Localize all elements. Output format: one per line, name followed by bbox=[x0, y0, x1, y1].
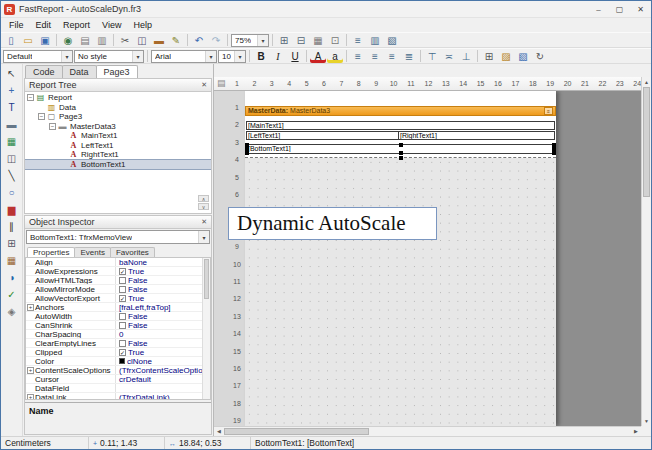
close-button[interactable]: ✕ bbox=[630, 1, 651, 17]
checkbox-icon[interactable] bbox=[119, 322, 126, 329]
tree-node-data[interactable]: ▥Data bbox=[25, 103, 211, 113]
tab-code[interactable]: Code bbox=[25, 65, 63, 78]
tree-node-maintext1[interactable]: AMainText1 bbox=[25, 131, 211, 141]
horizontal-scrollbar[interactable]: ◀ ▶ bbox=[214, 426, 641, 436]
band-resize-handle[interactable] bbox=[399, 156, 403, 160]
font-size-select[interactable]: 10▾ bbox=[218, 50, 246, 63]
new-report-button[interactable]: ▯ bbox=[3, 33, 19, 47]
zoom-select[interactable]: 75%▾ bbox=[231, 34, 269, 47]
maximize-button[interactable]: ▢ bbox=[609, 1, 630, 17]
expand-icon[interactable]: + bbox=[27, 304, 34, 311]
menu-item-edit[interactable]: Edit bbox=[30, 20, 58, 30]
cut-button[interactable]: ✂ bbox=[117, 33, 133, 47]
text-object-tool[interactable]: T bbox=[3, 100, 20, 115]
memo-maintext1[interactable]: [MainText1] bbox=[246, 121, 555, 130]
select-tool[interactable]: ↖ bbox=[3, 66, 20, 81]
font-select[interactable]: Arial▾ bbox=[151, 50, 217, 63]
checkbox-icon[interactable] bbox=[119, 277, 126, 284]
scroll-left-arrow-icon[interactable]: ◀ bbox=[214, 427, 224, 436]
report-tree-toggle[interactable]: ≡ bbox=[350, 33, 366, 47]
horizontal-scroll-thumb[interactable] bbox=[224, 428, 369, 435]
bold-button[interactable]: B bbox=[253, 49, 269, 63]
tab-page3[interactable]: Page3 bbox=[96, 65, 138, 78]
object-selector[interactable]: BottomText1: TfrxMemoView ▾ bbox=[26, 230, 210, 244]
style2-select[interactable]: No style▾ bbox=[74, 50, 144, 63]
open-report-button[interactable]: ▭ bbox=[20, 33, 36, 47]
tree-node-bottomtext1[interactable]: ABottomText1 bbox=[25, 160, 211, 170]
highlight-color-button[interactable]: a bbox=[327, 49, 343, 63]
page-settings-icon[interactable]: ▤ bbox=[217, 78, 226, 88]
inspector-tab-events[interactable]: Events bbox=[74, 247, 110, 257]
format-painter-button[interactable]: ✎ bbox=[168, 33, 184, 47]
copy-button[interactable]: ◫ bbox=[134, 33, 150, 47]
subreport-object-tool[interactable]: ◫ bbox=[3, 151, 20, 166]
style-select[interactable]: Default▾ bbox=[3, 50, 73, 63]
gauge-object-tool[interactable]: ◑ bbox=[3, 270, 20, 285]
rotate-button[interactable]: ↻ bbox=[532, 49, 548, 63]
selection-handle[interactable] bbox=[245, 151, 249, 155]
minimize-button[interactable]: – bbox=[588, 1, 609, 17]
save-report-button[interactable]: ▣ bbox=[37, 33, 53, 47]
checkbox-icon[interactable] bbox=[119, 340, 126, 347]
horizontal-ruler[interactable]: ▤ 12345678910111213141516171819202122232… bbox=[214, 77, 641, 91]
memo-righttext1[interactable]: [RightText1] bbox=[398, 131, 555, 140]
line-color-button[interactable]: ▧ bbox=[515, 49, 531, 63]
barcode-object-tool[interactable]: ∥ bbox=[3, 219, 20, 234]
menu-item-report[interactable]: Report bbox=[57, 20, 96, 30]
tab-data[interactable]: Data bbox=[62, 65, 97, 78]
scroll-down-arrow-icon[interactable]: ▼ bbox=[642, 416, 651, 426]
chart-object-tool[interactable]: ▆ bbox=[3, 202, 20, 217]
tree-node-righttext1[interactable]: ARightText1 bbox=[25, 150, 211, 160]
band-object-tool[interactable]: ▬ bbox=[3, 117, 20, 132]
paste-button[interactable]: ▬ bbox=[151, 33, 167, 47]
report-page[interactable]: MasterData: MasterData3 ≡ [MainText1] [L… bbox=[245, 91, 556, 426]
checkbox-icon[interactable] bbox=[119, 313, 126, 320]
close-icon[interactable]: ✕ bbox=[201, 218, 207, 226]
line-object-tool[interactable]: ╲ bbox=[3, 168, 20, 183]
shape-object-tool[interactable]: ○ bbox=[3, 185, 20, 200]
underline-button[interactable]: U bbox=[287, 49, 303, 63]
italic-button[interactable]: I bbox=[270, 49, 286, 63]
menu-item-view[interactable]: View bbox=[96, 20, 127, 30]
inspector-scrollbar[interactable] bbox=[202, 258, 210, 399]
band-bottom-divider[interactable] bbox=[245, 157, 556, 158]
menu-item-help[interactable]: Help bbox=[127, 20, 158, 30]
align-left-button[interactable]: ≡ bbox=[350, 49, 366, 63]
borders-button[interactable]: ⊞ bbox=[481, 49, 497, 63]
masterdata-band-header[interactable]: MasterData: MasterData3 ≡ bbox=[245, 106, 556, 116]
memo-lefttext1[interactable]: [LeftText1] bbox=[246, 131, 399, 140]
align-to-grid-button[interactable]: ⊡ bbox=[327, 33, 343, 47]
selection-handle[interactable] bbox=[399, 143, 403, 147]
inspector-scroll-thumb[interactable] bbox=[204, 259, 209, 299]
hand-tool[interactable]: + bbox=[3, 83, 20, 98]
vertical-ruler[interactable]: 12345678910111213141516171819 bbox=[229, 91, 245, 426]
checkbox-icon[interactable] bbox=[119, 286, 126, 293]
expander-icon[interactable]: − bbox=[38, 113, 45, 120]
table-object-tool[interactable]: ▦ bbox=[3, 253, 20, 268]
align-justify-button[interactable]: ≣ bbox=[401, 49, 417, 63]
data-tree-toggle[interactable]: ▥ bbox=[367, 33, 383, 47]
inspector-tab-properties[interactable]: Properties bbox=[27, 247, 75, 257]
property-row[interactable]: +DataLink(TfrxDataLink) bbox=[26, 393, 210, 400]
picture-object-tool[interactable]: ▦ bbox=[3, 134, 20, 149]
property-row[interactable]: CursorcrDefault bbox=[26, 375, 210, 384]
show-grid-button[interactable]: ▦ bbox=[310, 33, 326, 47]
preview-button[interactable]: ◉ bbox=[60, 33, 76, 47]
valign-top-button[interactable]: ⊤ bbox=[424, 49, 440, 63]
align-center-button[interactable]: ≡ bbox=[367, 49, 383, 63]
expander-icon[interactable]: − bbox=[49, 123, 56, 130]
align-right-button[interactable]: ≡ bbox=[384, 49, 400, 63]
font-color-button[interactable]: A bbox=[310, 49, 326, 63]
scroll-up-icon[interactable]: ∧ bbox=[198, 195, 209, 202]
memo-bottomtext1[interactable]: [BottomText1] bbox=[246, 144, 555, 154]
inspector-tab-favorites[interactable]: Favorites bbox=[110, 247, 155, 257]
menu-item-file[interactable]: File bbox=[3, 20, 30, 30]
design-canvas[interactable]: 12345678910111213141516171819 MasterData… bbox=[214, 91, 641, 426]
expander-icon[interactable]: − bbox=[27, 94, 34, 101]
page-settings-button[interactable]: ▥ bbox=[94, 33, 110, 47]
vertical-scroll-thumb[interactable] bbox=[643, 87, 650, 197]
group-button[interactable]: ⊞ bbox=[276, 33, 292, 47]
band-menu-icon[interactable]: ≡ bbox=[544, 107, 553, 115]
scroll-up-arrow-icon[interactable]: ▲ bbox=[642, 77, 651, 87]
expand-icon[interactable]: + bbox=[27, 367, 34, 374]
